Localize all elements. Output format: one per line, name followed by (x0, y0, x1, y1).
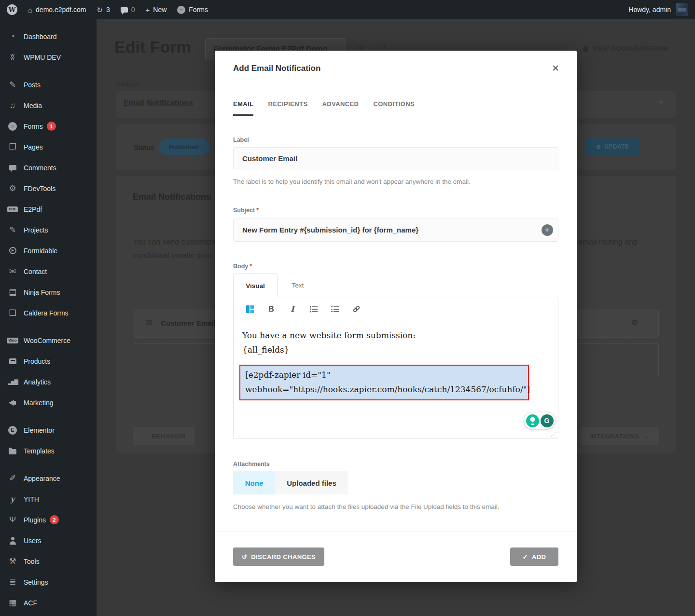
sidebar-item-products[interactable]: Products (0, 351, 97, 371)
sidebar-item-label: Pages (24, 143, 43, 151)
sidebar-item-tools[interactable]: ⚒Tools (0, 551, 97, 572)
site-name-menu[interactable]: ⌂ demo.e2pdf.com (28, 6, 86, 14)
selected-shortcode-block[interactable]: [e2pdf-zapier id="1" webhook="https://ho… (239, 365, 529, 400)
label-input[interactable]: Customer Email (233, 147, 558, 170)
sidebar-item-wpmu-dev[interactable]: ʬWPMU DEV (0, 47, 97, 68)
chevron-down-icon: ▾ (659, 98, 663, 107)
pages-icon: ❐ (9, 143, 16, 151)
tab-email[interactable]: EMAIL (233, 92, 253, 116)
attachments-option-uploaded-files[interactable]: Uploaded files (275, 471, 348, 494)
behavior-button[interactable]: ← BEHAVIOR (133, 427, 195, 445)
attachments-label: Attachments (233, 461, 270, 467)
notification-item-label: Customer Email (161, 319, 216, 327)
sidebar-item-yith[interactable]: yYITH (0, 489, 97, 509)
tab-recipients[interactable]: RECIPIENTS (268, 92, 307, 116)
grammarly-logo-icon[interactable]: G (541, 414, 554, 427)
attachments-option-none[interactable]: None (233, 471, 275, 494)
tab-text[interactable]: Text (278, 274, 318, 297)
sidebar-item-contact[interactable]: ✉Contact (0, 261, 97, 282)
sidebar-item-comments[interactable]: Comments (0, 157, 97, 178)
view-documentation-link[interactable]: ▤ VIEW DOCUMENTATION (583, 45, 668, 52)
tab-advanced[interactable]: ADVANCED (322, 92, 359, 116)
grammarly-widget[interactable]: G (524, 412, 555, 429)
formidable-icon: F (9, 247, 16, 254)
resize-handle-icon[interactable]: ⋰ (551, 431, 556, 438)
updates-icon: ↻ (97, 6, 103, 14)
new-content-menu[interactable]: + New (146, 6, 167, 14)
sidebar-item-appearance[interactable]: ✐Appearance (0, 468, 97, 489)
tab-divider (215, 116, 577, 116)
required-asterisk: * (250, 263, 252, 270)
updates-menu[interactable]: ↻ 3 (97, 6, 110, 14)
comments-menu[interactable]: 0 (121, 6, 135, 14)
attachments-segmented-control: None Uploaded files (233, 471, 348, 494)
sidebar-item-label: Dashboard (24, 33, 57, 41)
sidebar-item-label: Products (24, 357, 50, 365)
editor-content[interactable]: You have a new website form submission: … (234, 321, 558, 407)
discard-changes-button[interactable]: ↺ DISCARD CHANGES (233, 548, 324, 566)
sidebar-item-label: YITH (24, 495, 39, 503)
sidebar-item-label: Media (24, 102, 42, 110)
insert-field-button[interactable]: + (536, 219, 558, 241)
sidebar-item-label: Marketing (24, 399, 53, 407)
grammarly-suggestion-icon[interactable] (526, 414, 539, 427)
update-button[interactable]: ⊕ UPDATE (585, 137, 639, 156)
bullet-list-icon[interactable] (309, 304, 319, 314)
gear-icon[interactable]: ⚙ (631, 318, 638, 327)
book-icon: ▤ (583, 45, 589, 52)
tab-visual[interactable]: Visual (233, 274, 278, 297)
sidebar-item-formidable[interactable]: FFormidable (0, 240, 97, 261)
sidebar-item-fdevtools[interactable]: ⚙FDevTools (0, 178, 97, 199)
forms-menu[interactable]: ≡ Forms (177, 6, 208, 14)
sidebar-item-plugins[interactable]: ΨPlugins2 (0, 509, 97, 530)
sidebar-item-label: Forms (24, 123, 43, 130)
sidebar-item-label: E2Pdf (24, 205, 42, 213)
sidebar-item-acf[interactable]: ▦ACF (0, 592, 97, 613)
sidebar-item-media[interactable]: ♫Media (0, 95, 97, 116)
user-avatar[interactable] (676, 3, 688, 16)
status-badge[interactable]: Published (158, 138, 209, 155)
editor-toolbar: B I (234, 297, 558, 321)
label-field-label: Label (233, 137, 249, 143)
sidebar-item-label: WPMU DEV (24, 54, 61, 61)
status-label: Status (134, 144, 154, 151)
tools-icon: ⚒ (9, 557, 16, 565)
yith-icon: y (10, 495, 14, 503)
sidebar-item-dashboard[interactable]: ◔Dashboard (0, 26, 97, 47)
tab-conditions[interactable]: CONDITIONS (373, 92, 415, 116)
sidebar-item-forms[interactable]: ≡Forms1 (0, 116, 97, 137)
sidebar-item-marketing[interactable]: Marketing (0, 392, 97, 413)
bold-icon[interactable]: B (266, 304, 276, 314)
sidebar-item-pages[interactable]: ❐Pages (0, 137, 97, 157)
wp-logo-menu[interactable]: W (7, 4, 17, 15)
sidebar-item-label: Appearance (24, 475, 60, 482)
sidebar-item-settings[interactable]: ≣Settings (0, 572, 97, 592)
admin-sidebar: ◔DashboardʬWPMU DEV✎Posts♫Media≡Forms1❐P… (0, 19, 97, 616)
appearance-icon: ✐ (9, 474, 16, 482)
projects-icon: ✎ (9, 226, 16, 234)
sidebar-item-elementor[interactable]: EElementor (0, 420, 97, 440)
sidebar-item-caldera-forms[interactable]: ❏Caldera Forms (0, 302, 97, 323)
sidebar-item-analytics[interactable]: ▂▅▇Analytics (0, 371, 97, 392)
sidebar-item-users[interactable]: Users (0, 530, 97, 551)
sidebar-item-templates[interactable]: Templates (0, 440, 97, 461)
updates-count: 3 (106, 6, 110, 14)
sidebar-item-label: Comments (24, 164, 56, 172)
sidebar-item-label: Formidable (24, 247, 57, 255)
numbered-list-icon[interactable] (330, 304, 340, 314)
sidebar-item-projects[interactable]: ✎Projects (0, 219, 97, 240)
caldera-forms-icon: ❏ (9, 309, 16, 317)
sidebar-item-woocommerce[interactable]: WooWooCommerce (0, 330, 97, 351)
label-help-text: The label is to help you identify this e… (233, 178, 471, 185)
sidebar-item-e2pdf[interactable]: PDFE2Pdf (0, 199, 97, 219)
link-icon[interactable] (351, 304, 361, 314)
close-icon[interactable]: ✕ (552, 63, 559, 74)
subject-input[interactable]: New Form Entry #{submission_id} for {for… (234, 219, 536, 241)
forminator-insert-icon[interactable] (245, 304, 255, 314)
howdy-admin[interactable]: Howdy, admin (628, 6, 671, 14)
sidebar-item-posts[interactable]: ✎Posts (0, 74, 97, 95)
italic-icon[interactable]: I (288, 304, 297, 314)
add-button[interactable]: ✓ ADD (510, 548, 558, 566)
integrations-button[interactable]: INTEGRATIONS → (581, 427, 659, 445)
sidebar-item-ninja-forms[interactable]: ▤Ninja Forms (0, 282, 97, 302)
